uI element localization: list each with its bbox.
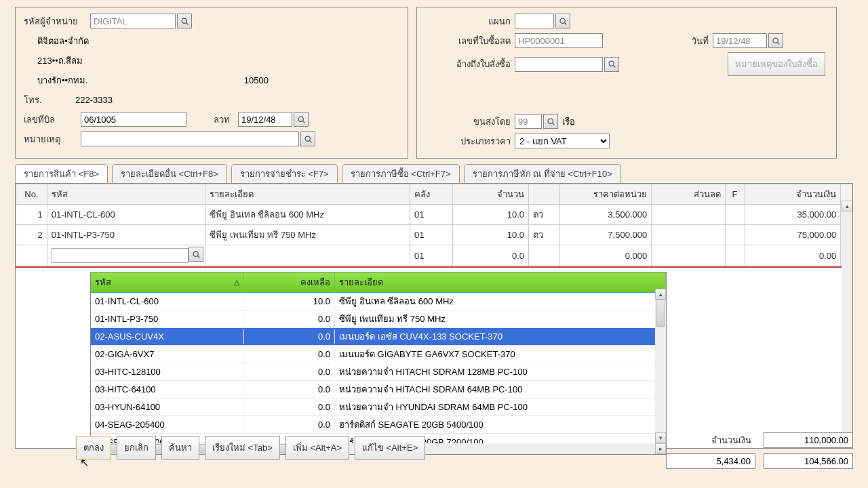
total-sub2-value: 104,566.00 bbox=[764, 453, 853, 469]
rcv-no-label: เลขที่ใบซื้อสด bbox=[425, 34, 511, 48]
tab-other-details[interactable]: รายละเอียดอื่น <Ctrl+F8> bbox=[112, 164, 227, 183]
grid-scroll-up-icon[interactable]: ▴ bbox=[842, 201, 852, 211]
edit-button[interactable]: แก้ไข <Alt+E> bbox=[355, 436, 425, 460]
search-button[interactable]: ค้นหา bbox=[161, 436, 199, 460]
table-row[interactable]: 101-INTL-CL-600ซีพียู อินเทล ซีลิลอน 600… bbox=[16, 205, 852, 225]
bill-date-input[interactable] bbox=[238, 112, 292, 127]
ship-by-label: ขนส่งโดย bbox=[425, 115, 511, 129]
doc-date-lookup-btn[interactable] bbox=[768, 33, 783, 48]
dept-input[interactable] bbox=[515, 14, 554, 28]
price-type-select[interactable]: 2 - แยก VAT bbox=[515, 134, 610, 148]
rcv-no-input[interactable] bbox=[515, 33, 603, 48]
scroll-thumb[interactable] bbox=[656, 300, 665, 327]
dept-label: แผนก bbox=[425, 14, 511, 28]
scroll-down-icon[interactable]: ▾ bbox=[655, 432, 666, 443]
col-qty[interactable]: จำนวน bbox=[452, 184, 528, 205]
svg-point-2 bbox=[298, 117, 303, 121]
cancel-button[interactable]: ยกเลิก bbox=[117, 436, 156, 460]
item-code-lookup-btn[interactable] bbox=[189, 247, 203, 262]
table-row[interactable]: 201-INTL-P3-750ซีพียู เพนเทียม ทรี 750 M… bbox=[16, 225, 852, 245]
totals-area: จำนวนเงิน 110,000.00 5,434.00 104,566.00 bbox=[666, 432, 853, 469]
col-wh[interactable]: คลัง bbox=[410, 184, 452, 205]
item-code-input[interactable] bbox=[52, 248, 189, 263]
items-grid: No. รหัส รายละเอียด คลัง จำนวน ราคาต่อหน… bbox=[15, 183, 853, 449]
svg-line-1 bbox=[186, 22, 188, 24]
grid-input-row[interactable]: 010.00.0000.00 bbox=[16, 245, 852, 266]
tab-items[interactable]: รายการสินค้า <F8> bbox=[15, 164, 108, 183]
col-disc[interactable]: ส่วนลด bbox=[652, 184, 725, 205]
svg-line-9 bbox=[777, 42, 779, 44]
svg-point-0 bbox=[182, 18, 186, 23]
lookup-row[interactable]: 03-HITC-641000.0หน่วยความจำ HITACHI SDRA… bbox=[91, 381, 666, 399]
lookup-col-code[interactable]: รหัส△ bbox=[91, 272, 244, 292]
total-sub1-value: 5,434.00 bbox=[666, 453, 755, 469]
svg-line-13 bbox=[552, 123, 554, 125]
resort-button[interactable]: เรียงใหม่ <Tab> bbox=[205, 436, 280, 460]
svg-point-4 bbox=[305, 136, 310, 141]
po-ref-label: อ้างถึงใบสั่งซื้อ bbox=[425, 57, 511, 71]
grid-vscroll[interactable]: ▴ ▾ bbox=[842, 201, 852, 448]
item-lookup-popover: รหัส△ คงเหลือ รายละเอียด 01-INTL-CL-6001… bbox=[90, 272, 667, 455]
svg-point-10 bbox=[609, 61, 614, 66]
lookup-row[interactable]: 03-HYUN-641000.0หน่วยความจำ HYUNDAI SDRA… bbox=[91, 399, 666, 416]
ship-code-input[interactable] bbox=[515, 114, 542, 129]
lookup-row[interactable]: 04-SEAG-2054000.0ฮาร์ดดิสก์ SEAGATE 20GB… bbox=[91, 416, 666, 434]
svg-point-8 bbox=[773, 38, 778, 43]
remark-label: หมายเหตุ bbox=[24, 132, 77, 146]
lookup-col-desc[interactable]: รายละเอียด bbox=[335, 272, 666, 292]
col-desc[interactable]: รายละเอียด bbox=[205, 184, 410, 205]
vendor-lookup-btn[interactable] bbox=[177, 14, 192, 28]
col-unit[interactable] bbox=[529, 184, 560, 205]
vendor-addr1: 213••ถ.สีลม bbox=[37, 54, 83, 68]
lookup-col-qty[interactable]: คงเหลือ bbox=[244, 272, 335, 292]
lookup-vscroll[interactable]: ▴ ▾ bbox=[655, 289, 666, 443]
po-ref-lookup-btn[interactable] bbox=[604, 57, 619, 72]
svg-line-11 bbox=[613, 66, 615, 68]
price-type-label: ประเภทราคา bbox=[425, 134, 511, 148]
doc-date-input[interactable] bbox=[713, 33, 767, 48]
vendor-code-input[interactable] bbox=[90, 14, 176, 28]
sort-asc-icon: △ bbox=[234, 278, 239, 287]
vendor-name: ดิจิตอล•จำกัด bbox=[37, 34, 89, 48]
remark-lookup-btn[interactable] bbox=[300, 131, 315, 146]
po-remark-button[interactable]: หมายเหตุของใบสั่งซื้อ bbox=[728, 52, 825, 76]
lookup-row[interactable]: 01-INTL-CL-60010.0ซีพียู อินเทล ซีลิลอน … bbox=[91, 293, 666, 310]
add-button[interactable]: เพิ่ม <Alt+A> bbox=[285, 436, 349, 460]
bill-date-lookup-btn[interactable] bbox=[294, 112, 309, 127]
ship-text: เรือ bbox=[562, 115, 575, 129]
col-code[interactable]: รหัส bbox=[47, 184, 205, 205]
svg-line-15 bbox=[197, 256, 199, 258]
bill-no-label: เลขที่บิล bbox=[24, 113, 77, 127]
col-f[interactable]: F bbox=[725, 184, 745, 205]
scroll-up-icon[interactable]: ▴ bbox=[655, 289, 666, 300]
bill-no-input[interactable] bbox=[81, 112, 186, 127]
lookup-row[interactable]: 01-INTL-P3-7500.0ซีพียู เพนเทียม ทรี 750… bbox=[91, 310, 666, 328]
po-ref-input[interactable] bbox=[515, 57, 603, 72]
vendor-addr2: บางรัก••กทม. bbox=[37, 73, 88, 87]
phone-label: โทร. bbox=[24, 93, 71, 107]
col-price[interactable]: ราคาต่อหน่วย bbox=[559, 184, 651, 205]
dept-lookup-btn[interactable] bbox=[555, 14, 570, 28]
hscroll-right-icon[interactable]: ▸ bbox=[655, 443, 666, 454]
bill-date-label: ลวท bbox=[203, 113, 230, 127]
total-amount-value: 110,000.00 bbox=[764, 432, 853, 448]
doc-panel: แผนก เลขที่ใบซื้อสด วันที่ อ้างถึงใบสั่ง… bbox=[416, 7, 837, 159]
vendor-code-label: รหัสผู้จำหน่าย bbox=[24, 14, 86, 28]
svg-point-12 bbox=[548, 119, 553, 123]
tab-withholding[interactable]: รายการภาษีหัก ณ ที่จ่าย <Ctrl+F10> bbox=[464, 164, 621, 183]
tab-payments[interactable]: รายการจ่ายชำระ <F7> bbox=[231, 164, 338, 183]
doc-date-label: วันที่ bbox=[644, 34, 709, 48]
lookup-row[interactable]: 02-GIGA-6VX70.0เมนบอร์ด GIGABYTE GA6VX7 … bbox=[91, 346, 666, 363]
ok-button[interactable]: ตกลง bbox=[76, 436, 111, 460]
lookup-row[interactable]: 03-HITC-1281000.0หน่วยความจำ HITACHI SDR… bbox=[91, 363, 666, 381]
svg-point-6 bbox=[560, 18, 565, 23]
lookup-row[interactable]: 02-ASUS-CUV4X0.0เมนบอร์ด เอซัส CUV4X-133… bbox=[91, 328, 666, 346]
remark-input[interactable] bbox=[81, 131, 299, 146]
tab-purchase-tax[interactable]: รายการภาษีซื้อ <Ctrl+F7> bbox=[342, 164, 460, 183]
col-no[interactable]: No. bbox=[16, 184, 47, 205]
grid-separator bbox=[16, 266, 852, 268]
phone-value: 222-3333 bbox=[75, 95, 113, 105]
col-amt[interactable]: จำนวนเงิน bbox=[745, 184, 841, 205]
ship-lookup-btn[interactable] bbox=[543, 114, 558, 129]
svg-point-14 bbox=[193, 251, 198, 256]
